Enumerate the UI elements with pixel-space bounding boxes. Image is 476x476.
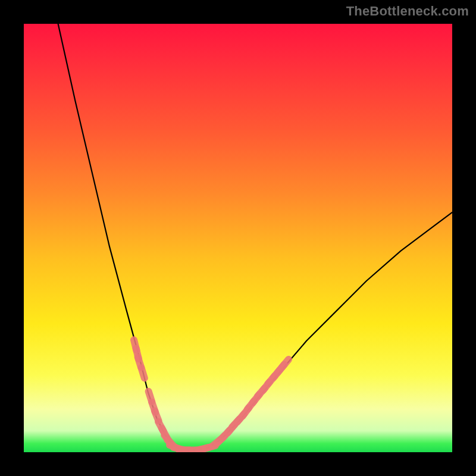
marker-segment xyxy=(281,359,289,368)
marker-segment xyxy=(142,368,145,378)
chart-stage: TheBottleneck.com xyxy=(0,0,476,476)
highlight-markers xyxy=(24,24,452,452)
plot-area xyxy=(24,24,452,452)
watermark-label: TheBottleneck.com xyxy=(346,4,469,19)
